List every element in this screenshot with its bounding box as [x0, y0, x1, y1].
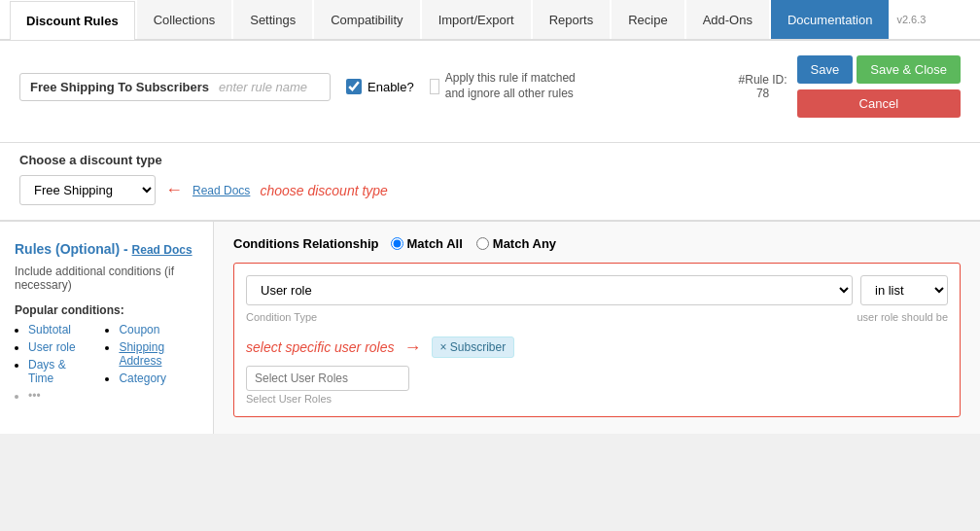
apply-label: Apply this rule if matched and ignore al… — [445, 71, 595, 101]
condition-type-hint: Condition Type — [246, 311, 849, 323]
action-buttons: Save Save & Close Cancel — [797, 55, 961, 118]
rule-row: User role in list — [246, 275, 948, 305]
condition-coupon[interactable]: Coupon — [119, 323, 159, 336]
conditions-col-1: Subtotal User role Days & Time ••• — [15, 323, 86, 407]
discount-row: Free Shipping ← Read Docs choose discoun… — [19, 175, 961, 205]
apply-checkbox[interactable] — [430, 79, 439, 94]
tab-recipe[interactable]: Recipe — [612, 0, 683, 39]
rule-name-text: Free Shipping To Subscribers — [30, 80, 209, 94]
condition-subtotal[interactable]: Subtotal — [28, 323, 71, 336]
discount-section: Choose a discount type Free Shipping ← R… — [0, 143, 980, 220]
rule-name-field[interactable]: Free Shipping To Subscribers enter rule … — [19, 73, 331, 101]
rule-id-label: #Rule ID: — [739, 73, 788, 87]
user-role-hint: user role should be — [857, 311, 948, 323]
save-button[interactable]: Save — [797, 55, 854, 84]
discount-type-label: Choose a discount type — [19, 153, 961, 167]
rule-id-value: 78 — [756, 87, 769, 100]
tab-discount-rules[interactable]: Discount Rules — [10, 1, 135, 40]
rule-id-section: #Rule ID: 78 — [739, 73, 788, 100]
annotation-text: select specific user roles — [246, 339, 395, 355]
rules-include-label: Include additional conditions (if necess… — [15, 265, 198, 292]
conditions-list: Subtotal User role Days & Time ••• Coupo… — [15, 323, 198, 407]
enable-label: Enable? — [368, 80, 414, 94]
top-row: Free Shipping To Subscribers enter rule … — [19, 55, 961, 118]
cancel-button[interactable]: Cancel — [797, 89, 961, 118]
main-content: Free Shipping To Subscribers enter rule … — [0, 41, 980, 143]
tab-reports[interactable]: Reports — [533, 0, 611, 39]
version-label: v2.6.3 — [896, 14, 926, 25]
in-list-select[interactable]: in list — [860, 275, 948, 305]
conditions-relationship-row: Conditions Relationship Match All Match … — [233, 236, 961, 251]
condition-type-select[interactable]: User role — [246, 275, 853, 305]
left-arrow-icon: ← — [165, 180, 183, 200]
tab-documentation[interactable]: Documentation — [771, 0, 889, 39]
enable-checkbox[interactable] — [346, 79, 362, 94]
user-roles-row — [246, 366, 948, 391]
condition-category[interactable]: Category — [119, 372, 166, 385]
condition-user-role[interactable]: User role — [28, 340, 76, 354]
discount-type-select[interactable]: Free Shipping — [19, 175, 156, 205]
rule-name-placeholder: enter rule name — [219, 80, 307, 94]
subscriber-tag[interactable]: × Subscriber — [432, 336, 515, 358]
condition-shipping-address[interactable]: Shipping Address — [119, 340, 164, 368]
tab-import-export[interactable]: Import/Export — [422, 0, 531, 39]
match-all-option[interactable]: Match All — [391, 236, 463, 251]
tab-collections[interactable]: Collections — [137, 0, 232, 39]
match-any-option[interactable]: Match Any — [476, 236, 556, 251]
rules-read-docs-link[interactable]: Read Docs — [132, 243, 192, 257]
tab-compatibility[interactable]: Compatibility — [314, 0, 419, 39]
match-all-label: Match All — [407, 236, 463, 251]
apply-section: Apply this rule if matched and ignore al… — [430, 71, 595, 101]
annotation-right-arrow: → — [404, 337, 422, 358]
right-panel: Conditions Relationship Match All Match … — [214, 222, 980, 434]
match-all-radio[interactable] — [391, 237, 403, 250]
condition-days-time[interactable]: Days & Time — [28, 358, 66, 385]
conditions-relationship-label: Conditions Relationship — [233, 236, 379, 251]
enable-section: Enable? — [346, 79, 414, 94]
bottom-section: Rules (Optional) - Read Docs Include add… — [0, 220, 980, 434]
select-roles-hint: Select User Roles — [246, 393, 948, 405]
discount-annotation: choose discount type — [260, 183, 388, 198]
radio-group: Match All Match Any — [391, 236, 557, 251]
match-any-label: Match Any — [493, 236, 556, 251]
rule-box: User role in list Condition Type user ro… — [233, 263, 961, 417]
read-docs-link[interactable]: Read Docs — [192, 184, 250, 197]
rules-title: Rules (Optional) - Read Docs — [15, 241, 198, 257]
left-panel: Rules (Optional) - Read Docs Include add… — [0, 222, 214, 434]
tab-add-ons[interactable]: Add-Ons — [686, 0, 769, 39]
hints-row: Condition Type user role should be — [246, 311, 948, 329]
select-roles-input[interactable] — [246, 366, 409, 391]
popular-conditions-label: Popular conditions: — [15, 303, 198, 317]
tabs-bar: Discount Rules Collections Settings Comp… — [0, 0, 980, 41]
annotation-row: select specific user roles → × Subscribe… — [246, 336, 948, 358]
conditions-col-2: Coupon Shipping Address Category — [105, 323, 198, 407]
save-close-button[interactable]: Save & Close — [857, 55, 961, 84]
match-any-radio[interactable] — [476, 237, 489, 250]
tab-settings[interactable]: Settings — [233, 0, 312, 39]
